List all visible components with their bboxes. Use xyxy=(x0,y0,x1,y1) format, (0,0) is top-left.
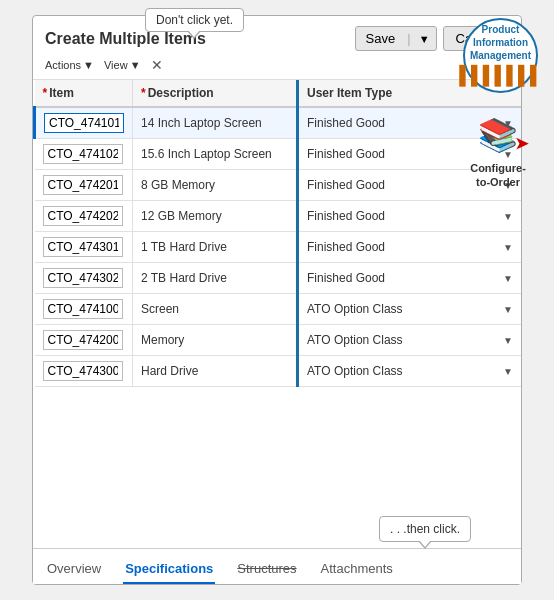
cell-type: Finished Good▼ xyxy=(298,201,522,232)
item-input[interactable] xyxy=(43,268,123,288)
type-dropdown-arrow[interactable]: ▼ xyxy=(503,273,513,284)
save-button-group[interactable]: Save | ▼ xyxy=(355,26,437,51)
cell-item xyxy=(35,107,133,139)
tab-specifications[interactable]: Specifications xyxy=(123,553,215,584)
view-arrow-icon: ▼ xyxy=(130,59,141,71)
cell-item xyxy=(35,232,133,263)
cto-arrow-icon: ➤ xyxy=(515,134,528,155)
table-row: ScreenATO Option Class▼ xyxy=(35,294,522,325)
item-input[interactable] xyxy=(43,237,123,257)
col-header-item: *Item xyxy=(35,80,133,107)
item-input[interactable] xyxy=(44,113,124,133)
page-title: Create Multiple Items xyxy=(45,30,206,48)
item-input[interactable] xyxy=(43,206,123,226)
table-row: Hard DriveATO Option Class▼ xyxy=(35,356,522,387)
table-row: 2 TB Hard DriveFinished Good▼ xyxy=(35,263,522,294)
type-select[interactable]: ATO Option Class▼ xyxy=(307,302,513,316)
cell-description: 1 TB Hard Drive xyxy=(133,232,298,263)
cell-description: Screen xyxy=(133,294,298,325)
type-select[interactable]: Finished Good▼ xyxy=(307,271,513,285)
table-header-row: *Item *Description User Item Type xyxy=(35,80,522,107)
cell-description: Hard Drive xyxy=(133,356,298,387)
pim-line2: Information xyxy=(473,36,528,49)
cell-type: Finished Good▼ xyxy=(298,263,522,294)
type-select[interactable]: ATO Option Class▼ xyxy=(307,364,513,378)
actions-label: Actions xyxy=(45,59,81,71)
view-menu[interactable]: View ▼ xyxy=(104,59,141,71)
cell-item xyxy=(35,325,133,356)
tab-attachments[interactable]: Attachments xyxy=(319,553,395,584)
cell-type: ATO Option Class▼ xyxy=(298,294,522,325)
type-text: ATO Option Class xyxy=(307,364,403,378)
cell-description: 14 Inch Laptop Screen xyxy=(133,107,298,139)
tabs-bar: Overview Specifications Structures Attac… xyxy=(33,548,521,584)
table-row: 15.6 Inch Laptop ScreenFinished Good▼ xyxy=(35,139,522,170)
item-required-star: * xyxy=(43,86,48,100)
type-select[interactable]: ATO Option Class▼ xyxy=(307,333,513,347)
close-button[interactable]: ✕ xyxy=(151,57,163,73)
table-row: 14 Inch Laptop ScreenFinished Good▼ xyxy=(35,107,522,139)
outer-wrapper: Don't click yet. Product Information Man… xyxy=(0,0,554,600)
cell-description: 15.6 Inch Laptop Screen xyxy=(133,139,298,170)
tooltip-dont-click: Don't click yet. xyxy=(145,8,244,32)
type-text: Finished Good xyxy=(307,147,385,161)
cell-description: 12 GB Memory xyxy=(133,201,298,232)
type-dropdown-arrow[interactable]: ▼ xyxy=(503,211,513,222)
save-dropdown-arrow[interactable]: ▼ xyxy=(413,29,436,49)
items-table: *Item *Description User Item Type 14 Inc… xyxy=(33,80,521,387)
table-row: MemoryATO Option Class▼ xyxy=(35,325,522,356)
type-dropdown-arrow[interactable]: ▼ xyxy=(503,304,513,315)
pim-line1: Product xyxy=(482,23,520,36)
cell-item xyxy=(35,294,133,325)
cell-item xyxy=(35,139,133,170)
actions-arrow-icon: ▼ xyxy=(83,59,94,71)
cto-label: Configure-to-Order xyxy=(458,161,538,190)
main-panel: Create Multiple Items Save | ▼ Cancel Ac… xyxy=(32,15,522,585)
actions-menu[interactable]: Actions ▼ xyxy=(45,59,94,71)
cell-description: 8 GB Memory xyxy=(133,170,298,201)
table-row: 12 GB MemoryFinished Good▼ xyxy=(35,201,522,232)
pim-line3: Management xyxy=(470,49,531,62)
save-button[interactable]: Save xyxy=(356,27,406,50)
type-text: Finished Good xyxy=(307,240,385,254)
cell-item xyxy=(35,263,133,294)
table-row: 8 GB MemoryFinished Good▼ xyxy=(35,170,522,201)
cell-description: Memory xyxy=(133,325,298,356)
cto-icon-area: 📚 ➤ Configure-to-Order xyxy=(458,115,538,189)
item-input[interactable] xyxy=(43,299,123,319)
tooltip-then-click-text: . . .then click. xyxy=(390,522,460,536)
type-text: Finished Good xyxy=(307,116,385,130)
item-input[interactable] xyxy=(43,330,123,350)
cell-type: ATO Option Class▼ xyxy=(298,325,522,356)
item-input[interactable] xyxy=(43,361,123,381)
tooltip-then-click: . . .then click. xyxy=(379,516,471,542)
cell-item xyxy=(35,201,133,232)
type-text: Finished Good xyxy=(307,178,385,192)
type-text: Finished Good xyxy=(307,271,385,285)
type-dropdown-arrow[interactable]: ▼ xyxy=(503,242,513,253)
header-top: Create Multiple Items Save | ▼ Cancel xyxy=(45,26,509,51)
type-dropdown-arrow[interactable]: ▼ xyxy=(503,366,513,377)
tooltip-dont-click-text: Don't click yet. xyxy=(156,13,233,27)
pim-logo: Product Information Management ▌▌▌▌▌▌▌ xyxy=(463,18,538,93)
view-label: View xyxy=(104,59,128,71)
item-input[interactable] xyxy=(43,144,123,164)
type-select[interactable]: Finished Good▼ xyxy=(307,209,513,223)
tab-overview[interactable]: Overview xyxy=(45,553,103,584)
cell-item xyxy=(35,170,133,201)
header: Create Multiple Items Save | ▼ Cancel Ac… xyxy=(33,16,521,80)
type-text: ATO Option Class xyxy=(307,333,403,347)
tab-structures[interactable]: Structures xyxy=(235,553,298,584)
col-header-description: *Description xyxy=(133,80,298,107)
type-select[interactable]: Finished Good▼ xyxy=(307,240,513,254)
type-dropdown-arrow[interactable]: ▼ xyxy=(503,335,513,346)
type-text: Finished Good xyxy=(307,209,385,223)
cell-type: Finished Good▼ xyxy=(298,232,522,263)
desc-required-star: * xyxy=(141,86,146,100)
items-table-container: *Item *Description User Item Type 14 Inc… xyxy=(33,80,521,548)
item-input[interactable] xyxy=(43,175,123,195)
header-actions: Actions ▼ View ▼ ✕ xyxy=(45,57,509,73)
cto-books-icon: 📚 ➤ xyxy=(478,115,518,157)
cell-item xyxy=(35,356,133,387)
pim-barcode-icon: ▌▌▌▌▌▌▌ xyxy=(459,64,541,87)
